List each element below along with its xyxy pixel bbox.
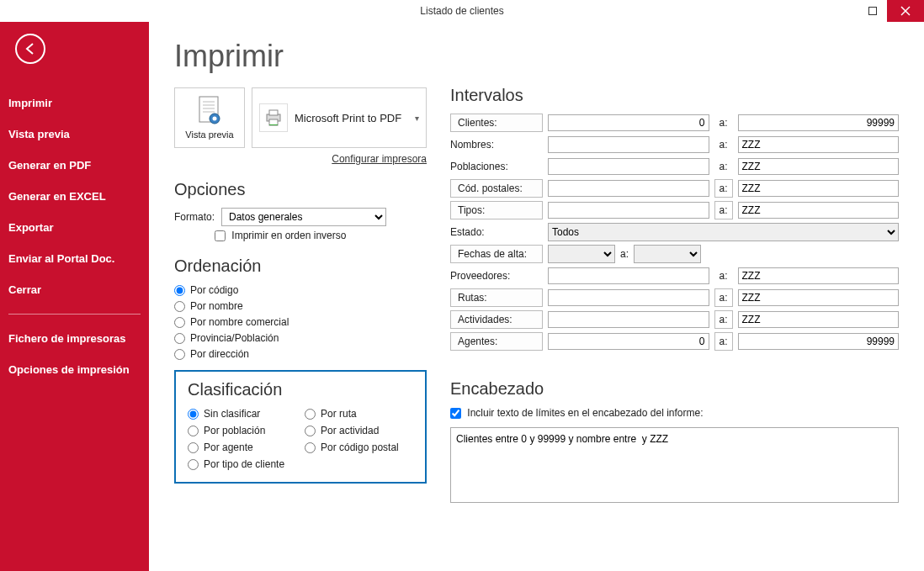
sidebar-item-cerrar[interactable]: Cerrar [0, 274, 149, 305]
intervalos-heading: Intervalos [450, 86, 899, 105]
actividades-to-input[interactable] [738, 311, 900, 328]
encabezado-textarea[interactable] [450, 427, 899, 503]
left-column: Imprimir Vista previa Microsoft Prin [174, 39, 427, 563]
svg-point-9 [213, 117, 217, 121]
encabezado-checkbox[interactable] [450, 408, 461, 419]
clasif-radio-sin[interactable] [188, 409, 199, 420]
poblaciones-to-input[interactable] [738, 158, 900, 175]
nombres-from-input[interactable] [548, 136, 709, 153]
reverse-order-checkbox[interactable] [215, 230, 226, 241]
actividades-label-button[interactable]: Actividades: [450, 310, 543, 329]
agentes-a-button[interactable]: a: [714, 332, 733, 351]
poblaciones-a-label: a: [714, 161, 733, 172]
opciones-heading: Opciones [174, 180, 427, 199]
document-preview-icon [196, 96, 223, 128]
proveedores-to-input[interactable] [738, 267, 900, 284]
svg-rect-13 [269, 124, 278, 125]
intervalos-grid: Clientes: a: Nombres: a: Poblaciones: a:… [450, 114, 899, 351]
sidebar-item-portal[interactable]: Enviar al Portal Doc. [0, 243, 149, 274]
clasif-radio-agente[interactable] [188, 442, 199, 453]
actividades-from-input[interactable] [548, 311, 709, 328]
ordenacion-heading: Ordenación [174, 256, 427, 276]
fechas-from-select[interactable] [548, 245, 615, 263]
back-button[interactable] [15, 34, 45, 64]
sidebar-item-opciones[interactable]: Opciones de impresión [0, 354, 149, 385]
rutas-label-button[interactable]: Rutas: [450, 288, 543, 307]
clasif-radio-tipocliente[interactable] [188, 459, 199, 470]
main-area: Imprimir Vista previa Microsoft Prin [149, 22, 924, 571]
preview-tile[interactable]: Vista previa [174, 87, 245, 148]
clasif-radio-actividad[interactable] [305, 426, 316, 436]
proveedores-label: Proveedores: [450, 267, 543, 285]
sidebar: Imprimir Vista previa Generar en PDF Gen… [0, 22, 149, 571]
nombres-label: Nombres: [450, 135, 543, 154]
orden-radio-direccion[interactable] [174, 349, 185, 360]
agentes-to-input[interactable] [738, 333, 900, 350]
clientes-to-input[interactable] [738, 114, 900, 131]
chevron-down-icon: ▾ [415, 114, 419, 123]
right-column: Intervalos Clientes: a: Nombres: a: Pobl… [450, 39, 899, 563]
sidebar-item-fichero[interactable]: Fichero de impresoras [0, 323, 149, 354]
orden-radio-nombre-comercial[interactable] [174, 317, 185, 328]
sidebar-item-pdf[interactable]: Generar en PDF [0, 150, 149, 181]
proveedores-a-label: a: [714, 270, 733, 282]
clasif-radio-ruta[interactable] [305, 409, 316, 420]
orden-radio-nombre[interactable] [174, 301, 185, 312]
close-button[interactable] [887, 0, 924, 22]
sidebar-nav: Imprimir Vista previa Generar en PDF Gen… [0, 87, 149, 385]
actividades-a-button[interactable]: a: [714, 310, 733, 329]
fechas-to-select[interactable] [634, 245, 701, 263]
tipos-a-button[interactable]: a: [714, 201, 733, 219]
tipos-label-button[interactable]: Tipos: [450, 201, 543, 219]
maximize-button[interactable] [858, 0, 887, 22]
svg-rect-0 [869, 8, 877, 15]
sidebar-item-imprimir[interactable]: Imprimir [0, 87, 149, 119]
fechas-a-label: a: [620, 248, 629, 260]
rutas-to-input[interactable] [738, 289, 900, 306]
printer-name: Microsoft Print to PDF [295, 112, 401, 124]
sidebar-item-exportar[interactable]: Exportar [0, 212, 149, 243]
orden-radio-provincia[interactable] [174, 333, 185, 344]
svg-line-1 [901, 7, 910, 15]
poblaciones-label: Poblaciones: [450, 157, 543, 176]
tipos-from-input[interactable] [548, 202, 709, 219]
title-bar: Listado de clientes [0, 0, 924, 22]
printer-selector[interactable]: Microsoft Print to PDF ▾ [252, 87, 427, 148]
orden-radio-codigo[interactable] [174, 285, 185, 296]
clientes-label-button[interactable]: Clientes: [450, 114, 543, 132]
configure-printer-link[interactable]: Configurar impresora [174, 153, 427, 165]
proveedores-from-input[interactable] [548, 267, 709, 284]
window-controls [858, 0, 924, 22]
formato-select[interactable]: Datos generales [221, 208, 386, 226]
agentes-from-input[interactable] [548, 333, 709, 350]
formato-label: Formato: [174, 211, 215, 223]
encabezado-heading: Encabezado [450, 379, 899, 399]
nombres-a-label: a: [714, 139, 733, 151]
estado-label: Estado: [450, 223, 543, 241]
codpostales-label-button[interactable]: Cód. postales: [450, 179, 543, 198]
encabezado-check-label[interactable]: Incluir texto de límites en el encabezad… [450, 407, 704, 419]
preview-tile-label: Vista previa [185, 130, 233, 140]
codpostales-to-input[interactable] [738, 180, 900, 197]
sidebar-item-vista[interactable]: Vista previa [0, 119, 149, 150]
reverse-order-checkbox-label[interactable]: Imprimir en orden inverso [215, 230, 346, 241]
clientes-a-label: a: [714, 117, 733, 129]
rutas-from-input[interactable] [548, 289, 709, 306]
codpostales-from-input[interactable] [548, 180, 709, 197]
agentes-label-button[interactable]: Agentes: [450, 332, 543, 351]
fechas-label-button[interactable]: Fechas de alta: [450, 245, 543, 263]
clasif-radio-poblacion[interactable] [188, 426, 199, 436]
estado-select[interactable]: Todos [548, 223, 899, 241]
clientes-from-input[interactable] [548, 114, 709, 131]
rutas-a-button[interactable]: a: [714, 288, 733, 307]
nombres-to-input[interactable] [738, 136, 900, 153]
clasif-radio-codpostal[interactable] [305, 442, 316, 453]
ordenacion-group: Por código Por nombre Por nombre comerci… [174, 284, 427, 360]
codpostales-a-button[interactable]: a: [714, 179, 733, 198]
poblaciones-from-input[interactable] [548, 158, 709, 175]
sidebar-divider [8, 314, 141, 315]
printer-icon [259, 103, 288, 132]
sidebar-item-excel[interactable]: Generar en EXCEL [0, 181, 149, 212]
tipos-to-input[interactable] [738, 202, 900, 219]
clasificacion-heading: Clasificación [188, 380, 413, 399]
